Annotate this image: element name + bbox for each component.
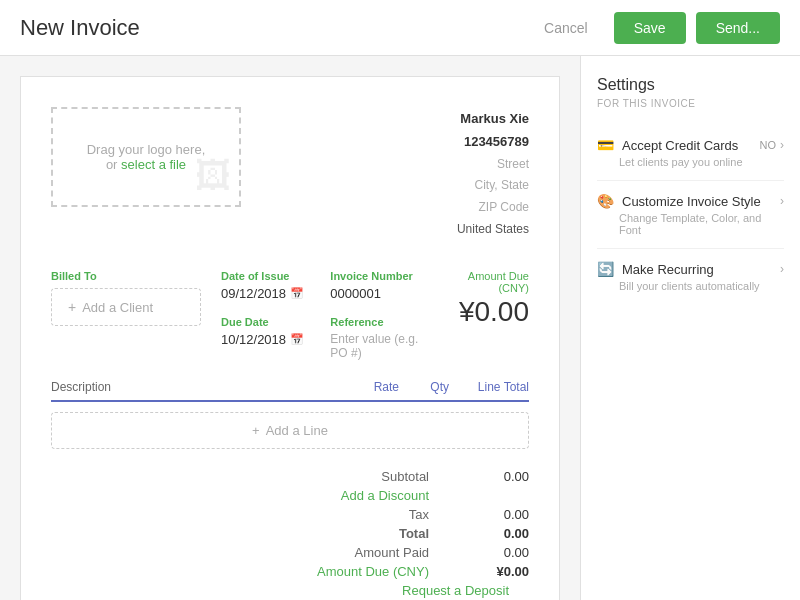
discount-row: Add a Discount — [51, 488, 529, 503]
billed-to-label: Billed To — [51, 270, 201, 282]
client-city-state: City, State — [457, 175, 529, 197]
tax-row: Tax 0.00 — [51, 507, 529, 522]
settings-subtitle: FOR THIS INVOICE — [597, 98, 784, 109]
chevron-right-icon-make-recurring: › — [780, 262, 784, 276]
amount-paid-value: 0.00 — [449, 545, 529, 560]
total-value: 0.00 — [449, 526, 529, 541]
line-items-header: Description Rate Qty Line Total — [51, 380, 529, 402]
chevron-right-icon-credit-cards: › — [780, 138, 784, 152]
col-qty-header: Qty — [399, 380, 449, 394]
billed-to-col: Billed To + Add a Client — [51, 270, 201, 360]
select-file-link[interactable]: select a file — [121, 157, 186, 172]
due-date-value[interactable]: 10/12/2018 📅 — [221, 332, 310, 347]
setting-left-invoice-style: 🎨 Customize Invoice Style — [597, 193, 761, 209]
invoice-number-col: Invoice Number 0000001 Reference Enter v… — [330, 270, 419, 360]
col-rate-header: Rate — [319, 380, 399, 394]
logo-drop-zone[interactable]: Drag your logo here, or select a file 🖼 — [51, 107, 241, 207]
invoice-number-value[interactable]: 0000001 — [330, 286, 419, 301]
request-deposit-link[interactable]: Request a Deposit — [402, 583, 529, 598]
amount-due-label: Amount Due (CNY) — [440, 270, 529, 294]
total-label: Total — [299, 526, 449, 541]
logo-drag-text: Drag your logo here, — [87, 142, 206, 157]
add-line-button[interactable]: + Add a Line — [51, 412, 529, 449]
reference-label: Reference — [330, 316, 419, 328]
logo-or-text: or select a file — [106, 157, 186, 172]
subtotal-value: 0.00 — [449, 469, 529, 484]
logo-section: Drag your logo here, or select a file 🖼 … — [51, 107, 529, 240]
billing-row: Billed To + Add a Client Date of Issue 0… — [51, 270, 529, 360]
final-amount-due-label: Amount Due (CNY) — [299, 564, 449, 579]
client-info-right: Markus Xie 123456789 Street City, State … — [457, 107, 529, 240]
setting-header-make-recurring: 🔄 Make Recurring › — [597, 261, 784, 277]
setting-desc-credit-cards: Let clients pay you online — [619, 156, 784, 168]
reference-input[interactable]: Enter value (e.g. PO #) — [330, 332, 419, 360]
client-country: United States — [457, 219, 529, 241]
col-total-header: Line Total — [449, 380, 529, 394]
logo-watermark-icon: 🖼 — [195, 155, 231, 197]
invoice-area: Drag your logo here, or select a file 🖼 … — [0, 56, 580, 600]
credit-cards-badge: NO — [760, 139, 777, 151]
header-actions: Cancel Save Send... — [528, 12, 780, 44]
add-discount-link[interactable]: Add a Discount — [299, 488, 449, 503]
recurring-icon: 🔄 — [597, 261, 614, 277]
setting-left-credit-cards: 💳 Accept Credit Cards — [597, 137, 738, 153]
amount-due-value: ¥0.00 — [440, 296, 529, 328]
amount-paid-row: Amount Paid 0.00 — [51, 545, 529, 560]
add-line-text: Add a Line — [266, 423, 328, 438]
add-client-button[interactable]: + Add a Client — [51, 288, 201, 326]
setting-name-credit-cards: Accept Credit Cards — [622, 138, 738, 153]
client-phone: 123456789 — [457, 130, 529, 153]
client-street: Street — [457, 154, 529, 176]
subtotal-label: Subtotal — [299, 469, 449, 484]
tax-value: 0.00 — [449, 507, 529, 522]
save-button[interactable]: Save — [614, 12, 686, 44]
col-description-header: Description — [51, 380, 319, 394]
setting-desc-invoice-style: Change Template, Color, and Font — [619, 212, 784, 236]
main-layout: Drag your logo here, or select a file 🖼 … — [0, 56, 800, 600]
invoice-paper: Drag your logo here, or select a file 🖼 … — [20, 76, 560, 600]
due-date-label: Due Date — [221, 316, 310, 328]
client-zip: ZIP Code — [457, 197, 529, 219]
calendar-icon-due: 📅 — [290, 333, 304, 346]
cancel-button[interactable]: Cancel — [528, 12, 604, 44]
settings-sidebar: Settings FOR THIS INVOICE 💳 Accept Credi… — [580, 56, 800, 600]
setting-item-invoice-style[interactable]: 🎨 Customize Invoice Style › Change Templ… — [597, 181, 784, 249]
date-of-issue-value[interactable]: 09/12/2018 📅 — [221, 286, 310, 301]
setting-header-credit-cards: 💳 Accept Credit Cards NO › — [597, 137, 784, 153]
page-title: New Invoice — [20, 15, 528, 41]
send-button[interactable]: Send... — [696, 12, 780, 44]
add-line-plus-icon: + — [252, 423, 260, 438]
amount-paid-label: Amount Paid — [299, 545, 449, 560]
calendar-icon-issue: 📅 — [290, 287, 304, 300]
date-of-issue-label: Date of Issue — [221, 270, 310, 282]
setting-header-invoice-style: 🎨 Customize Invoice Style › — [597, 193, 784, 209]
setting-name-make-recurring: Make Recurring — [622, 262, 714, 277]
tax-label: Tax — [299, 507, 449, 522]
palette-icon: 🎨 — [597, 193, 614, 209]
final-amount-due-row: Amount Due (CNY) ¥0.00 — [51, 564, 529, 579]
discount-value — [449, 488, 529, 503]
setting-desc-make-recurring: Bill your clients automatically — [619, 280, 784, 292]
invoice-number-label: Invoice Number — [330, 270, 419, 282]
settings-title: Settings — [597, 76, 784, 94]
final-amount-due-value: ¥0.00 — [449, 564, 529, 579]
total-row: Total 0.00 — [51, 526, 529, 541]
setting-name-invoice-style: Customize Invoice Style — [622, 194, 761, 209]
chevron-right-icon-invoice-style: › — [780, 194, 784, 208]
setting-right-credit-cards: NO › — [760, 138, 785, 152]
plus-icon: + — [68, 299, 76, 315]
credit-card-icon: 💳 — [597, 137, 614, 153]
date-of-issue-col: Date of Issue 09/12/2018 📅 Due Date 10/1… — [221, 270, 310, 360]
client-name: Markus Xie — [457, 107, 529, 130]
subtotal-row: Subtotal 0.00 — [51, 469, 529, 484]
setting-left-make-recurring: 🔄 Make Recurring — [597, 261, 714, 277]
header: New Invoice Cancel Save Send... — [0, 0, 800, 56]
totals-section: Subtotal 0.00 Add a Discount Tax 0.00 To… — [51, 469, 529, 598]
setting-item-make-recurring[interactable]: 🔄 Make Recurring › Bill your clients aut… — [597, 249, 784, 304]
setting-item-credit-cards[interactable]: 💳 Accept Credit Cards NO › Let clients p… — [597, 125, 784, 181]
add-client-text: Add a Client — [82, 300, 153, 315]
amount-due-col: Amount Due (CNY) ¥0.00 — [440, 270, 529, 360]
